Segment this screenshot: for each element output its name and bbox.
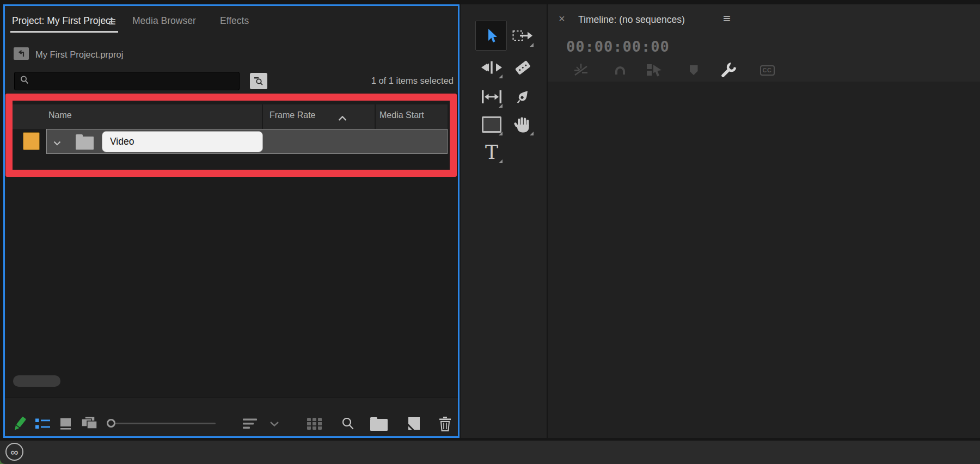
bin-folder-icon[interactable] bbox=[76, 137, 94, 150]
status-bar: ∞ bbox=[0, 441, 980, 464]
find-icon[interactable] bbox=[339, 412, 357, 436]
tool-flyout-indicator bbox=[499, 132, 503, 135]
project-file-name[interactable]: My First Project.prproj bbox=[35, 50, 123, 60]
column-header-name[interactable]: Name bbox=[48, 110, 72, 120]
list-header-row: Name Frame Rate Media Start bbox=[13, 104, 448, 129]
ripple-edit-tool[interactable] bbox=[480, 55, 504, 79]
search-icon bbox=[20, 75, 29, 87]
pen-tool[interactable] bbox=[511, 85, 535, 109]
linked-selection-icon[interactable] bbox=[644, 61, 665, 79]
tools-panel: T bbox=[461, 4, 547, 438]
type-tool[interactable]: T bbox=[480, 140, 504, 164]
slip-tool[interactable] bbox=[480, 85, 504, 109]
bin-label-color-chip[interactable] bbox=[23, 132, 40, 150]
icon-view-button[interactable] bbox=[57, 412, 75, 436]
razor-tool[interactable] bbox=[511, 55, 535, 79]
chevron-down-icon[interactable] bbox=[53, 138, 61, 148]
track-select-forward-tool[interactable] bbox=[511, 24, 535, 48]
timeline-tab-title[interactable]: Timeline: (no sequences) bbox=[578, 14, 685, 26]
project-panel: Project: My First Project ≡ Media Browse… bbox=[3, 4, 460, 438]
column-header-media-start[interactable]: Media Start bbox=[379, 110, 424, 120]
navigate-up-icon[interactable] bbox=[14, 47, 29, 60]
insert-overwrite-as-nests-icon[interactable] bbox=[570, 61, 592, 79]
project-panel-menu-icon[interactable]: ≡ bbox=[108, 15, 116, 28]
creative-cloud-icon[interactable]: ∞ bbox=[5, 443, 23, 461]
zoom-slider-track[interactable] bbox=[115, 423, 216, 424]
timeline-header: × Timeline: (no sequences) ≡ 00:00:00:00 bbox=[548, 4, 980, 82]
timeline-display-settings-wrench-icon[interactable] bbox=[718, 61, 739, 79]
tool-flyout-indicator bbox=[499, 159, 503, 163]
search-input[interactable] bbox=[34, 76, 230, 86]
rectangle-tool[interactable] bbox=[480, 113, 504, 137]
active-tab-underline bbox=[10, 31, 118, 33]
captions-label: CC bbox=[760, 65, 775, 76]
clear-trash-button[interactable] bbox=[437, 412, 453, 436]
sort-ascending-icon[interactable] bbox=[338, 113, 347, 123]
premiere-pro-workspace: ∞ Project: My First Project ≡ Media Brow… bbox=[0, 0, 980, 464]
new-bin-button[interactable] bbox=[369, 412, 389, 436]
timeline-panel: × Timeline: (no sequences) ≡ 00:00:00:00 bbox=[548, 4, 980, 438]
selection-tool[interactable] bbox=[475, 21, 507, 51]
close-icon[interactable]: × bbox=[559, 13, 565, 24]
tab-effects[interactable]: Effects bbox=[220, 15, 249, 27]
playhead-timecode[interactable]: 00:00:00:00 bbox=[566, 38, 670, 55]
tool-flyout-indicator bbox=[530, 43, 534, 47]
hand-tool[interactable] bbox=[511, 113, 535, 137]
search-box[interactable] bbox=[14, 72, 240, 90]
new-item-button[interactable] bbox=[406, 412, 422, 436]
snap-magnet-icon[interactable] bbox=[609, 61, 631, 79]
automate-to-sequence-icon[interactable] bbox=[305, 412, 324, 436]
sort-chevron-down-icon[interactable] bbox=[268, 412, 281, 436]
sort-options-icon[interactable] bbox=[241, 412, 260, 436]
search-bin-button[interactable] bbox=[250, 73, 267, 89]
column-divider[interactable] bbox=[375, 104, 376, 129]
project-writable-pencil-icon[interactable] bbox=[11, 412, 28, 436]
tool-flyout-indicator bbox=[530, 132, 534, 135]
add-marker-icon[interactable] bbox=[683, 61, 705, 79]
tab-media-browser[interactable]: Media Browser bbox=[132, 15, 196, 27]
zoom-slider-knob[interactable] bbox=[107, 419, 115, 428]
bin-rename-input[interactable] bbox=[102, 131, 263, 152]
column-divider[interactable] bbox=[262, 104, 263, 129]
captions-icon[interactable]: CC bbox=[756, 61, 778, 79]
freeform-view-button[interactable] bbox=[79, 412, 100, 436]
selection-status: 1 of 1 items selected bbox=[371, 76, 454, 86]
horizontal-scrollbar[interactable] bbox=[13, 375, 60, 387]
column-header-frame-rate[interactable]: Frame Rate bbox=[270, 110, 315, 120]
timeline-panel-menu-icon[interactable]: ≡ bbox=[723, 12, 731, 25]
tab-project[interactable]: Project: My First Project bbox=[12, 15, 113, 27]
tool-flyout-indicator bbox=[499, 104, 503, 108]
type-tool-glyph: T bbox=[485, 143, 498, 162]
tool-flyout-indicator bbox=[499, 75, 503, 78]
list-view-button[interactable] bbox=[34, 412, 52, 436]
